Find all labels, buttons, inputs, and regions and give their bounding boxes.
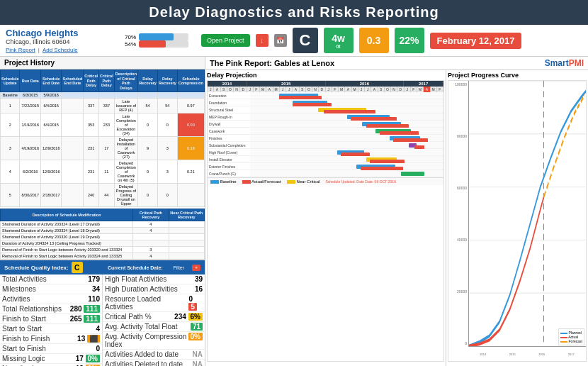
gantt-year-2014: 2014 <box>208 81 247 87</box>
gantt-timeline <box>250 163 443 170</box>
quality-row: Activities Deleted to date NA <box>103 360 205 366</box>
main-title: Delay Diagnostics and Risks Reporting <box>0 0 588 25</box>
metric-percent-badge: 22% <box>395 28 424 53</box>
quality-row: Start to Finish 0 <box>0 344 102 354</box>
gantt-month: J <box>405 87 411 92</box>
gantt-year-2017: 2017 <box>404 81 443 87</box>
metric-weeks-badge: 4w 0t <box>324 28 354 53</box>
th-sched-comp: Schedule Compression <box>177 70 204 92</box>
left-panel: Project History Schedule Update Run Date… <box>0 57 205 366</box>
gantt-timeline <box>250 106 443 113</box>
gantt-month: S <box>300 87 306 92</box>
legend-critical: Near Critical <box>287 179 320 184</box>
table-row: Baseline 6/3/2015 5/9/2016 <box>1 92 205 99</box>
gantt-month: J <box>286 87 293 92</box>
gantt-row: Substantial Completion <box>208 142 443 149</box>
gantt-month: A <box>424 87 430 92</box>
gantt-month: D <box>240 87 247 92</box>
gantt-month: D <box>397 87 404 92</box>
location-block: Chicago Heights Chicago, Illinois 60604 … <box>6 28 119 53</box>
gantt-month: N <box>391 87 397 92</box>
curve-x-labels: 2014 2015 2016 2017 <box>468 347 586 361</box>
quality-row: Activities Added to date NA <box>103 350 205 360</box>
pink-report-link[interactable]: Pink Report <box>6 47 35 53</box>
quality-row: Avg. Activity Compression Index 0% <box>103 332 205 350</box>
gantt-month: J <box>365 87 371 92</box>
gantt-month: S <box>221 87 227 92</box>
history-title: Project History <box>0 57 205 70</box>
gantt-year-header: 2014 2015 2016 2017 <box>208 81 443 87</box>
history-section: Project History Schedule Update Run Date… <box>0 57 205 260</box>
smartpmi-logo: SmartPMI <box>545 58 584 68</box>
quality-row: Total Activities 179 <box>0 274 102 284</box>
gantt-month: J <box>208 87 214 92</box>
open-project-button[interactable]: Open Project <box>201 34 250 47</box>
download-icon[interactable]: ↓ <box>256 34 268 47</box>
th-ncp-recovery: Near Critical Path Recovery <box>169 209 204 221</box>
th-delay-rec2: Delay Recovery <box>157 70 177 92</box>
progress-bar-fill-70 <box>139 33 174 40</box>
gantt-timeline <box>250 92 443 99</box>
gantt-timeline <box>250 149 443 155</box>
gantt-month: A <box>371 87 378 92</box>
table-row: 2 1/19/2016 6/4/2015 353 233 Late Comple… <box>1 113 205 137</box>
gantt-timeline <box>250 170 443 177</box>
gantt-month: F <box>332 87 339 92</box>
filter-button[interactable]: Filter <box>170 265 188 271</box>
table-row: Shortened Duration of Activity 203324 (L… <box>1 221 205 228</box>
td-baseline: Baseline <box>1 92 20 99</box>
add-button[interactable]: + <box>192 265 200 271</box>
quality-grid: Total Activities 179 Milestones 34 Activ… <box>0 274 205 366</box>
quality-row: Activities 110 <box>0 294 102 304</box>
gantt-month: M <box>273 87 280 92</box>
progress-54-label: 54% <box>125 41 136 48</box>
progress-bar-fill-54 <box>139 40 166 48</box>
progress-block: 70% 54% <box>125 33 196 48</box>
gantt-row: Crane/Punch (G) <box>208 170 443 177</box>
gantt-month: D <box>319 87 325 92</box>
table-row: Removal of Finish to Start Logic between… <box>1 247 205 253</box>
gantt-month: F <box>254 87 260 92</box>
curve-chart-area <box>468 81 586 347</box>
progress-row-54: 54% <box>125 40 196 48</box>
quality-row: Finish to Start 265 111 <box>0 314 102 324</box>
add-schedule-link[interactable]: Add Schedule <box>43 47 78 53</box>
right-charts-area: Delay Projection 2014 2015 2016 2017 <box>205 70 588 366</box>
right-top-bar: The Pink Report: Gables at Lenox SmartPM… <box>205 57 588 70</box>
info-bar: Chicago Heights Chicago, Illinois 60604 … <box>0 25 588 57</box>
link-separator: | <box>38 47 40 53</box>
pink-report-title: The Pink Report: Gables at Lenox <box>210 59 545 67</box>
gantt-year-2015: 2015 <box>247 81 326 87</box>
curve-y-axis: 100000 80000 60000 40000 20000 0 <box>448 81 468 347</box>
quality-row: Missing Logic 17 0% <box>0 354 102 364</box>
gantt-timeline <box>250 156 443 162</box>
gantt-timeline <box>250 142 443 148</box>
progress-row-70: 70% <box>125 33 196 40</box>
gantt-month: J <box>280 87 286 92</box>
gantt-row: High Roof (Cover) <box>208 149 443 156</box>
th-delay-rec1: Delay Recovery <box>138 70 158 92</box>
delete-icon[interactable]: 📅 <box>274 34 287 47</box>
gantt-rows: Excavation Foundation <box>208 92 443 177</box>
gantt-timeline <box>250 121 443 127</box>
gantt-row: Drywall <box>208 121 443 128</box>
th-cp-delay1: Critical Path Delay <box>84 70 99 92</box>
gantt-month: S <box>378 87 385 92</box>
progress-bar-70 <box>139 33 188 40</box>
table-row: Removal of Finish to Start Logic between… <box>1 253 205 260</box>
curve-legend: Planned Actual Forecast <box>558 328 584 345</box>
legend-note: Schedule Updated: Date Date: 06-OCT-2016 <box>325 179 396 184</box>
metric-weeks-sub: 0t <box>336 44 340 49</box>
gantt-month: J <box>247 87 254 92</box>
metric-index-badge: 0.3 <box>359 28 389 53</box>
right-panel: The Pink Report: Gables at Lenox SmartPM… <box>205 57 588 366</box>
gantt-bar <box>401 172 424 176</box>
gantt-month: A <box>266 87 273 92</box>
table-row: Shortened Duration of Activity 203324 (L… <box>1 228 205 234</box>
table-row: Shortened Duration of Activity 203320 (L… <box>1 234 205 240</box>
gantt-row: MEP Rough-In <box>208 113 443 121</box>
table-row: 5 8/30/2017 2/18/2017 240 44 Delayed Pro… <box>1 184 205 207</box>
gantt-month: M <box>417 87 424 92</box>
gantt-row: Install Elevator <box>208 156 443 163</box>
quality-grade: C <box>72 262 83 273</box>
